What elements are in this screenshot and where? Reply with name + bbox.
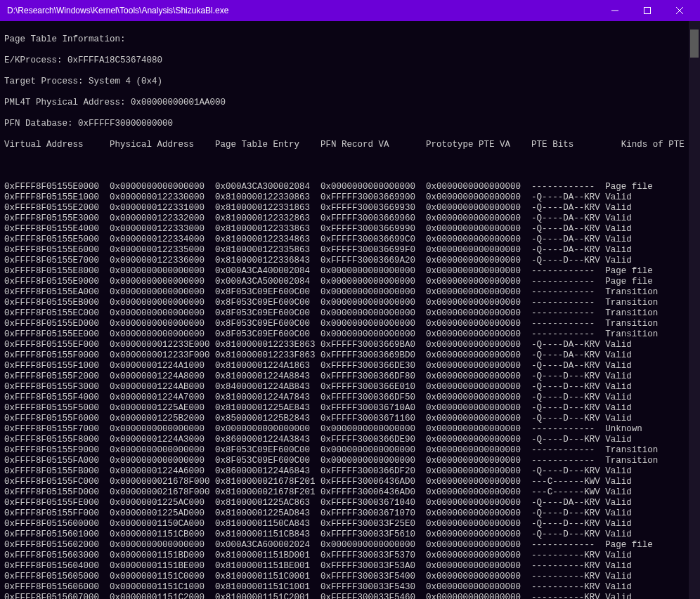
table-row: 0xFFFF8F0515606000 0x00000001151C1000 0x… bbox=[4, 582, 696, 593]
table-row: 0xFFFF8F05155E2000 0x0000000122331000 0x… bbox=[4, 203, 696, 213]
table-row: 0xFFFF8F05155ED000 0x0000000000000000 0x… bbox=[4, 319, 696, 329]
table-row: 0xFFFF8F05155FB000 0x00000001224A6000 0x… bbox=[4, 466, 696, 477]
table-body: 0xFFFF8F05155E0000 0x0000000000000000 0x… bbox=[4, 182, 696, 599]
table-row: 0xFFFF8F0515605000 0x00000001151C0000 0x… bbox=[4, 572, 696, 582]
scrollbar-track[interactable] bbox=[689, 21, 700, 599]
table-row: 0xFFFF8F05155FC000 0x0000000021678F000 0… bbox=[4, 477, 696, 487]
close-button[interactable] bbox=[663, 0, 696, 21]
table-row: 0xFFFF8F05155F5000 0x00000001225AE000 0x… bbox=[4, 403, 696, 414]
table-row: 0xFFFF8F05155F0000 0x0000000012233F000 0… bbox=[4, 350, 696, 361]
maximize-button[interactable] bbox=[631, 0, 663, 21]
table-row: 0xFFFF8F05155EC000 0x0000000000000000 0x… bbox=[4, 308, 696, 319]
table-row: 0xFFFF8F05155F1000 0x00000001224A1000 0x… bbox=[4, 361, 696, 371]
maximize-icon bbox=[644, 7, 651, 14]
table-row: 0xFFFF8F05155F6000 0x00000001225B2000 0x… bbox=[4, 414, 696, 424]
table-row: 0xFFFF8F05155F2000 0x00000001224A8000 0x… bbox=[4, 371, 696, 382]
table-row: 0xFFFF8F05155FD000 0x0000000021678F000 0… bbox=[4, 487, 696, 498]
table-row: 0xFFFF8F05155E9000 0x0000000000000000 0x… bbox=[4, 277, 696, 287]
header-line: PML4T Physical Address: 0x00000000001AA0… bbox=[4, 98, 696, 108]
table-row: 0xFFFF8F0515600000 0x00000001150CA000 0x… bbox=[4, 519, 696, 529]
scrollbar-thumb[interactable] bbox=[690, 29, 699, 58]
table-row: 0xFFFF8F05155E6000 0x0000000122335000 0x… bbox=[4, 245, 696, 256]
table-row: 0xFFFF8F0515602000 0x0000000000000000 0x… bbox=[4, 540, 696, 551]
header-line: Page Table Information: bbox=[4, 34, 696, 45]
table-row: 0xFFFF8F05155E4000 0x0000000122333000 0x… bbox=[4, 224, 696, 235]
svg-rect-1 bbox=[644, 8, 651, 14]
console-output: Page Table Information: E/KProcess: 0xFF… bbox=[0, 21, 700, 599]
table-row: 0xFFFF8F05155EA000 0x0000000000000000 0x… bbox=[4, 287, 696, 298]
header-line: PFN Database: 0xFFFFF30000000000 bbox=[4, 119, 696, 129]
minimize-icon bbox=[611, 7, 618, 14]
table-row: 0xFFFF8F05155E3000 0x0000000122332000 0x… bbox=[4, 213, 696, 224]
table-row: 0xFFFF8F05155F8000 0x00000001224A3000 0x… bbox=[4, 435, 696, 445]
column-headers: Virtual Address Physical Address Page Ta… bbox=[4, 140, 696, 150]
table-row: 0xFFFF8F05155E0000 0x0000000000000000 0x… bbox=[4, 182, 696, 192]
table-row: 0xFFFF8F05155FF000 0x00000001225AD000 0x… bbox=[4, 508, 696, 519]
blank-line bbox=[4, 161, 696, 171]
table-row: 0xFFFF8F05155F9000 0x0000000000000000 0x… bbox=[4, 445, 696, 456]
header-line: E/KProcess: 0xFFFFA18C53674080 bbox=[4, 55, 696, 66]
header-line: Target Process: System 4 (0x4) bbox=[4, 77, 696, 87]
table-row: 0xFFFF8F05155F3000 0x00000001224AB000 0x… bbox=[4, 382, 696, 393]
table-row: 0xFFFF8F05155E7000 0x0000000122336000 0x… bbox=[4, 256, 696, 266]
table-row: 0xFFFF8F0515601000 0x00000001151CB000 0x… bbox=[4, 529, 696, 540]
table-row: 0xFFFF8F05155FA000 0x0000000000000000 0x… bbox=[4, 456, 696, 466]
window-title: D:\Research\Windows\Kernel\Tools\Analysi… bbox=[7, 6, 599, 15]
table-row: 0xFFFF8F05155EF000 0x0000000012233E000 0… bbox=[4, 340, 696, 350]
close-icon bbox=[676, 7, 683, 14]
table-row: 0xFFFF8F05155E5000 0x0000000122334000 0x… bbox=[4, 235, 696, 245]
table-row: 0xFFFF8F05155EE000 0x0000000000000000 0x… bbox=[4, 329, 696, 340]
window-controls bbox=[599, 0, 696, 21]
table-row: 0xFFFF8F05155F4000 0x00000001224A7000 0x… bbox=[4, 393, 696, 403]
table-row: 0xFFFF8F05155FE000 0x00000001225AC000 0x… bbox=[4, 498, 696, 508]
table-row: 0xFFFF8F05155E1000 0x0000000122330000 0x… bbox=[4, 192, 696, 203]
minimize-button[interactable] bbox=[599, 0, 631, 21]
table-row: 0xFFFF8F0515607000 0x00000001151C2000 0x… bbox=[4, 593, 696, 599]
table-row: 0xFFFF8F05155F7000 0x0000000000000000 0x… bbox=[4, 424, 696, 435]
table-row: 0xFFFF8F0515604000 0x00000001151BE000 0x… bbox=[4, 561, 696, 572]
table-row: 0xFFFF8F05155E8000 0x0000000000000000 0x… bbox=[4, 266, 696, 277]
table-row: 0xFFFF8F0515603000 0x00000001151BD000 0x… bbox=[4, 551, 696, 561]
table-row: 0xFFFF8F05155EB000 0x0000000000000000 0x… bbox=[4, 298, 696, 308]
window-titlebar: D:\Research\Windows\Kernel\Tools\Analysi… bbox=[0, 0, 700, 21]
